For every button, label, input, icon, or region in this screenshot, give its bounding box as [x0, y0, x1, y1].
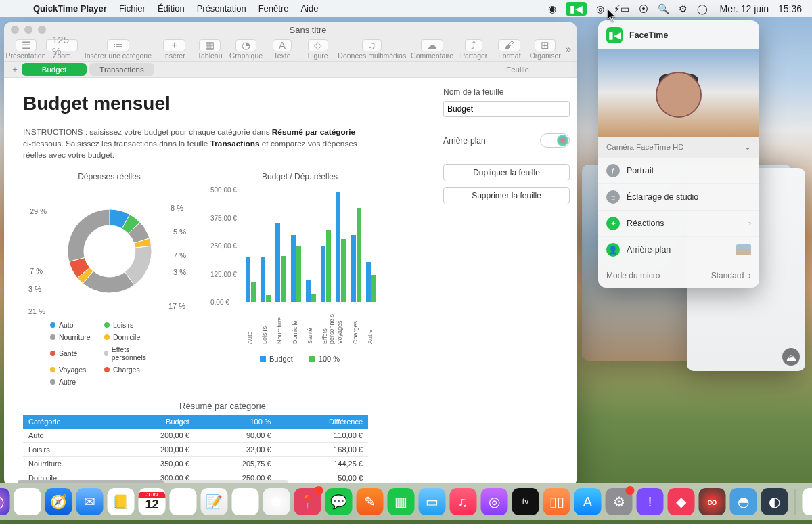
tb-format[interactable]: Format	[498, 51, 520, 60]
row-reactions[interactable]: ✦ Réactions ›	[598, 210, 759, 236]
dock-reminders[interactable]: ☰	[170, 488, 197, 515]
record-icon[interactable]: ◉	[548, 3, 556, 14]
instructions-text: INSTRUCTIONS : saisissez votre budget po…	[23, 127, 361, 161]
sheet-name-input[interactable]	[443, 101, 570, 117]
tab-transactions[interactable]: Transactions	[89, 63, 154, 76]
menu-window[interactable]: Fenêtre	[258, 3, 289, 14]
toolbar: ☰Présentation 125 %Zoom ≔Insérer une cat…	[4, 37, 577, 62]
dock-contacts[interactable]: 📒	[108, 488, 135, 515]
donut-chart: 29 %8 %5 %7 %3 %17 %21 %3 %7 %	[23, 187, 196, 315]
tb-organize[interactable]: Organiser	[530, 51, 561, 60]
dock-keynote[interactable]: ▭	[419, 488, 446, 515]
dock-photos[interactable]: ✿	[263, 488, 290, 515]
row-mic-mode[interactable]: Mode du micro Standard ›	[598, 263, 759, 288]
dock-maps[interactable]: 📍	[294, 488, 321, 515]
dock-podcasts[interactable]: ◎	[481, 488, 508, 515]
facetime-popover: ▮◀ FaceTime Caméra FaceTime HD⌄ ƒ Portra…	[598, 20, 759, 288]
dock-siri[interactable]: ◯	[0, 488, 10, 515]
dock-launchpad[interactable]: ▤	[14, 488, 41, 515]
dock-settings[interactable]: ⚙︎	[606, 488, 633, 515]
portrait-icon: ƒ	[606, 164, 620, 177]
mouse-cursor	[608, 9, 616, 21]
toolbar-overflow[interactable]: »	[565, 43, 571, 56]
control-center-icon[interactable]: ⚙︎	[679, 3, 687, 14]
dock-notes[interactable]: 📝	[201, 488, 228, 515]
dock: ☻ ◯ ▤ 🧭 ✉︎ 📒 JUIN12 ☰ 📝 ✶ ✿ 📍 💬 ✎ ▥ ▭ ♫ …	[0, 483, 812, 520]
menu-presentation[interactable]: Présentation	[197, 3, 246, 14]
menu-help[interactable]: Aide	[300, 3, 318, 14]
menu-file[interactable]: Fichier	[119, 3, 145, 14]
background-thumbnail	[736, 244, 751, 255]
sheet-name-label: Nom de la feuille	[443, 87, 570, 97]
dock-calendar[interactable]: JUIN12	[139, 488, 166, 515]
donut-title: Dépenses réelles	[23, 172, 196, 181]
active-app-name[interactable]: QuickTime Player	[33, 3, 107, 14]
tb-media[interactable]: Données multimédias	[338, 51, 406, 60]
studio-light-icon: ☼	[606, 190, 620, 204]
facetime-menu-icon[interactable]: ▮◀	[566, 2, 587, 16]
delete-sheet-button[interactable]: Supprimer la feuille	[443, 187, 570, 204]
dock-freeform[interactable]: ✶	[232, 488, 259, 515]
dock-cc-express[interactable]: ◆	[668, 488, 695, 515]
dock-app-generic[interactable]: ◓	[730, 488, 757, 515]
dock-messages[interactable]: 💬	[325, 488, 353, 515]
dock-numbers[interactable]: ▥	[388, 488, 415, 515]
tb-insert-category[interactable]: Insérer une catégorie	[85, 51, 152, 60]
facetime-title: FaceTime	[629, 30, 668, 40]
tb-figure[interactable]: Figure	[308, 51, 328, 60]
background-label: Arrière-plan	[443, 136, 486, 146]
wallpaper-toggle-icon[interactable]: ⛰︎	[782, 348, 800, 366]
row-portrait[interactable]: ƒ Portrait	[598, 157, 759, 183]
window-controls[interactable]	[11, 26, 46, 34]
dock-pages[interactable]: ✎	[357, 488, 384, 515]
menubar: QuickTime Player Fichier Édition Présent…	[0, 0, 812, 17]
tb-comment[interactable]: Commentaire	[411, 51, 453, 60]
window-title: Sans titre	[290, 25, 327, 35]
page-title: Budget mensuel	[23, 93, 422, 114]
dock-creative-cloud[interactable]: ∞	[699, 488, 726, 515]
camera-selector[interactable]: Caméra FaceTime HD⌄	[598, 137, 759, 157]
background-switch[interactable]	[540, 133, 570, 148]
inspector-panel: Nom de la feuille Arrière-plan Dupliquer…	[436, 78, 577, 486]
dock-tv[interactable]: tv	[512, 488, 539, 515]
bar-title: Budget / Dép. réelles	[212, 172, 388, 181]
table-title: Résumé par catégorie	[23, 401, 422, 411]
add-sheet-button[interactable]: ＋	[8, 64, 22, 74]
menubar-date[interactable]: Mer. 12 juin	[720, 3, 769, 14]
wifi-icon[interactable]: ⦿	[639, 3, 648, 14]
dock-downloads[interactable]: ⬇︎	[803, 488, 813, 515]
menu-edit[interactable]: Édition	[158, 3, 185, 14]
tb-presentation[interactable]: Présentation	[6, 51, 46, 60]
airdrop-icon[interactable]: ◎	[596, 3, 604, 14]
summary-table[interactable]: CatégorieBudget100 %DifférenceAuto200,00…	[23, 415, 368, 486]
camera-preview	[598, 49, 759, 137]
dock-music[interactable]: ♫	[450, 488, 477, 515]
dock-mail[interactable]: ✉︎	[76, 488, 104, 515]
tb-text[interactable]: Texte	[273, 51, 290, 60]
tb-table[interactable]: Tableau	[198, 51, 223, 60]
tb-share[interactable]: Partager	[460, 51, 487, 60]
tb-insert[interactable]: Insérer	[163, 51, 185, 60]
dock-safari[interactable]: 🧭	[45, 488, 72, 515]
dock-feedback[interactable]: !	[637, 488, 664, 515]
zoom-value[interactable]: 125 %	[46, 39, 78, 51]
bar-legend: Budget100 %	[212, 355, 388, 363]
dock-books[interactable]: ▯▯	[543, 488, 570, 515]
duplicate-sheet-button[interactable]: Dupliquer la feuille	[443, 164, 570, 181]
tab-budget[interactable]: Budget	[22, 63, 87, 76]
tb-chart[interactable]: Graphique	[229, 51, 263, 60]
siri-icon[interactable]: ◯	[697, 3, 708, 14]
dock-cleanmymac[interactable]: ◐	[761, 488, 788, 515]
dock-appstore[interactable]: A	[574, 488, 602, 515]
facetime-app-icon: ▮◀	[606, 27, 623, 43]
bar-chart: 500,00 €375,00 €250,00 €125,00 €0,00 €Au…	[212, 187, 388, 322]
background-icon: 👤	[606, 243, 620, 257]
reactions-icon: ✦	[606, 217, 620, 230]
numbers-window: Sans titre ☰Présentation 125 %Zoom ≔Insé…	[4, 22, 577, 486]
menubar-time[interactable]: 15:36	[778, 3, 802, 14]
chevron-down-icon: ⌄	[744, 142, 751, 152]
row-background[interactable]: 👤 Arrière-plan	[598, 236, 759, 263]
sheet-label: Feuille	[506, 66, 529, 74]
row-studio-light[interactable]: ☼ Éclairage de studio	[598, 183, 759, 210]
spotlight-icon[interactable]: 🔍	[658, 3, 669, 14]
